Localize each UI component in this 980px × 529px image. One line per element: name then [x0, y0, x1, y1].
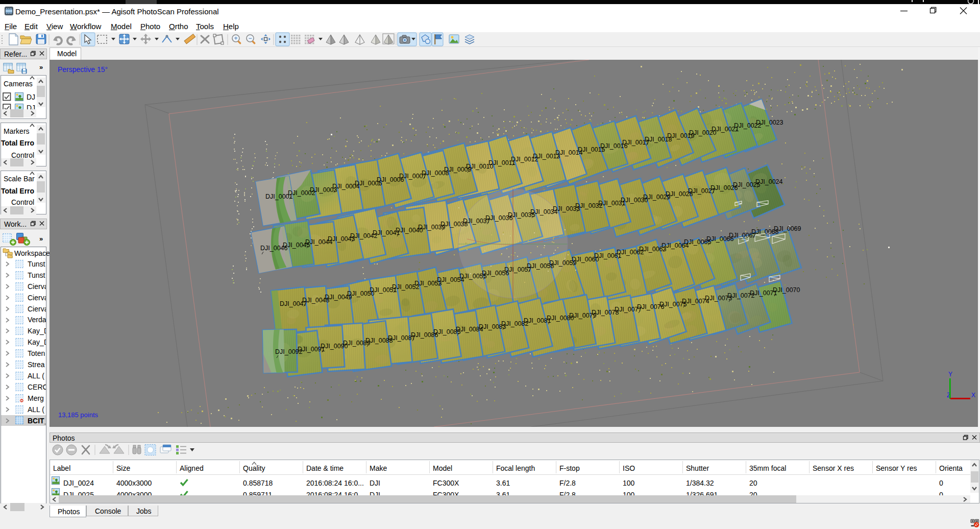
- svg-text:DJI_0069: DJI_0069: [774, 225, 801, 232]
- svg-text:DJI_0024: DJI_0024: [755, 178, 783, 185]
- svg-text:X: X: [971, 392, 975, 399]
- svg-text:13,185 points: 13,185 points: [58, 411, 99, 419]
- svg-text:DJI_0070: DJI_0070: [773, 286, 800, 294]
- svg-text:Y: Y: [948, 371, 952, 378]
- svg-text:−: −: [248, 35, 252, 42]
- svg-text:DJI_0023: DJI_0023: [756, 119, 783, 126]
- svg-text:Perspective 15°: Perspective 15°: [58, 65, 108, 74]
- svg-text:+: +: [234, 35, 237, 42]
